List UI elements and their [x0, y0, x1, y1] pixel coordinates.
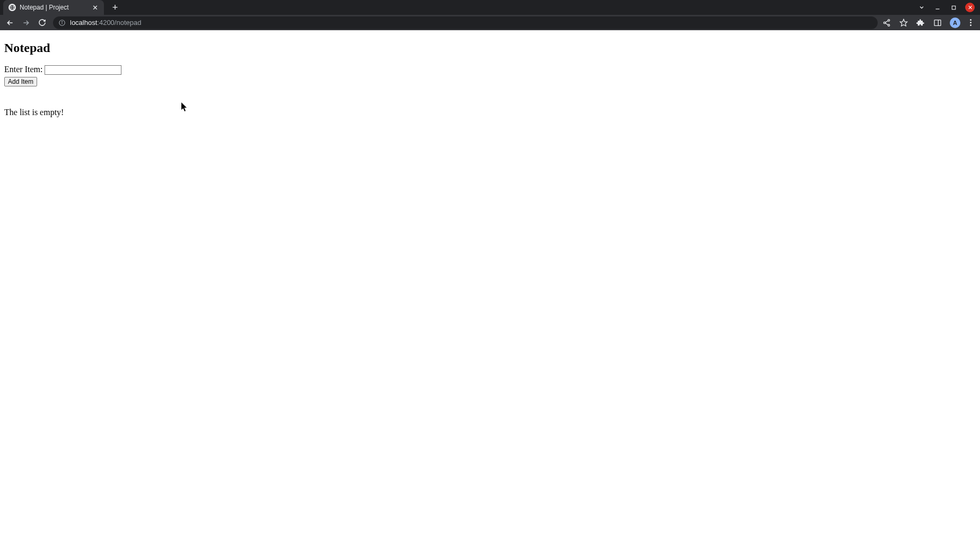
browser-toolbar: localhost:4200/notepad A: [0, 15, 980, 30]
window-close-icon[interactable]: ✕: [965, 3, 975, 12]
browser-tab[interactable]: Notepad | Project ✕: [3, 0, 104, 15]
back-button[interactable]: [3, 16, 17, 30]
svg-line-10: [885, 23, 888, 24]
add-item-button[interactable]: Add Item: [4, 77, 37, 86]
share-icon[interactable]: [882, 18, 891, 28]
reload-button[interactable]: [35, 16, 49, 30]
svg-rect-12: [934, 20, 941, 25]
bookmark-icon[interactable]: [899, 18, 908, 28]
minimize-icon[interactable]: [933, 3, 942, 12]
forward-button[interactable]: [19, 16, 33, 30]
svg-line-9: [885, 21, 888, 22]
info-icon[interactable]: [58, 19, 66, 27]
panel-icon[interactable]: [933, 18, 942, 28]
input-label: Enter Item:: [4, 65, 42, 74]
avatar-initial: A: [953, 20, 957, 26]
new-tab-button[interactable]: +: [108, 1, 122, 14]
avatar[interactable]: A: [950, 18, 960, 28]
svg-rect-2: [952, 6, 955, 9]
url-path: :4200/notepad: [97, 19, 141, 27]
url-host: localhost: [70, 19, 97, 27]
url-text: localhost:4200/notepad: [70, 19, 141, 27]
form-row: Enter Item:: [4, 65, 976, 75]
extensions-icon[interactable]: [916, 18, 925, 28]
tab-title: Notepad | Project: [20, 4, 88, 11]
browser-chrome: Notepad | Project ✕ + ✕: [0, 0, 980, 30]
chevron-down-icon[interactable]: [917, 3, 926, 12]
window-controls: ✕: [917, 3, 980, 12]
maximize-icon[interactable]: [949, 3, 958, 12]
empty-list-message: The list is empty!: [4, 108, 976, 117]
address-bar[interactable]: localhost:4200/notepad: [53, 16, 878, 29]
page-title: Notepad: [4, 41, 976, 55]
globe-icon: [8, 4, 16, 11]
tab-bar: Notepad | Project ✕ + ✕: [0, 0, 980, 15]
svg-marker-11: [900, 19, 907, 26]
svg-point-5: [62, 21, 63, 22]
page-content: Notepad Enter Item: Add Item The list is…: [0, 30, 980, 121]
close-tab-icon[interactable]: ✕: [91, 4, 99, 11]
toolbar-right: A: [882, 18, 977, 28]
item-input[interactable]: [45, 65, 121, 75]
kebab-menu-icon[interactable]: [968, 19, 974, 26]
